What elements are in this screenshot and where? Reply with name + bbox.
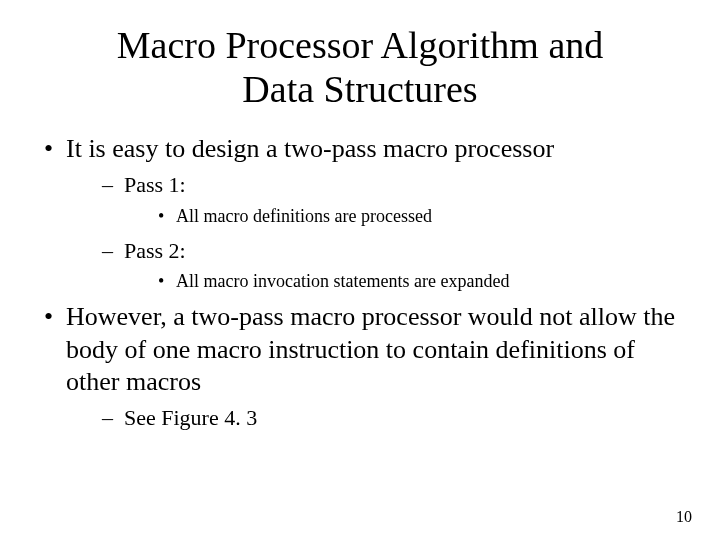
bullet-1-sub-2-detail-1: All macro invocation statements are expa… [158,268,680,295]
bullet-1-sub-1-text: Pass 1: [124,172,186,197]
bullet-1-sublist: Pass 1: All macro definitions are proces… [66,170,680,296]
title-line-1: Macro Processor Algorithm and [117,24,604,66]
slide: Macro Processor Algorithm and Data Struc… [0,0,720,540]
bullet-2-text: However, a two-pass macro processor woul… [66,302,675,396]
bullet-1-sub-1: Pass 1: All macro definitions are proces… [102,170,680,230]
bullet-1-text: It is easy to design a two-pass macro pr… [66,134,554,163]
bullet-1-sub-1-detail-list: All macro definitions are processed [124,203,680,230]
bullet-1: It is easy to design a two-pass macro pr… [40,133,680,295]
bullet-1-sub-2-detail-list: All macro invocation statements are expa… [124,268,680,295]
bullet-1-sub-2-text: Pass 2: [124,238,186,263]
bullet-2: However, a two-pass macro processor woul… [40,301,680,433]
bullet-1-sub-1-detail-1: All macro definitions are processed [158,203,680,230]
bullet-2-sub-1: See Figure 4. 3 [102,403,680,434]
bullet-1-sub-2: Pass 2: All macro invocation statements … [102,236,680,296]
title-line-2: Data Structures [242,68,477,110]
bullet-2-sublist: See Figure 4. 3 [66,403,680,434]
slide-title: Macro Processor Algorithm and Data Struc… [40,24,680,111]
bullet-list: It is easy to design a two-pass macro pr… [40,133,680,433]
page-number: 10 [676,508,692,526]
